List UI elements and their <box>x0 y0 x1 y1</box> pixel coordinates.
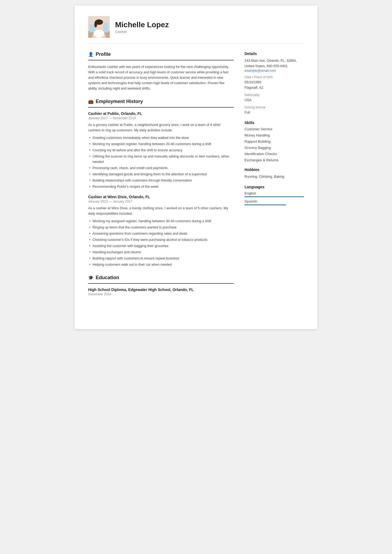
job-2-desc: As a cashier at Winn Dixie, a trendy clo… <box>88 206 234 216</box>
list-item: Greeting customers immediately when they… <box>88 135 234 141</box>
skill-item: Grocery Bagging <box>245 146 304 150</box>
language-english: English <box>245 191 304 197</box>
list-item: Assisting the customer with bagging thei… <box>88 243 234 249</box>
resume-header: Michelle Lopez Cashier <box>88 16 304 43</box>
edu-date: December 2018 <box>88 292 234 296</box>
list-item: Ringing up items that the customers want… <box>88 225 234 230</box>
details-section: Details 143 Main Ave, Orlando, FL, 32804… <box>245 52 304 115</box>
details-license: Full <box>245 110 304 115</box>
skill-item: Rapport Building <box>245 139 304 143</box>
hobbies-text: Running, Climbing, Baking <box>245 174 304 179</box>
hobbies-title: Hobbies <box>245 167 304 172</box>
details-title: Details <box>245 52 304 56</box>
svg-rect-4 <box>103 23 108 32</box>
list-item: Helping customers walk out to their car … <box>88 262 234 267</box>
skill-item: Identification Checks <box>245 152 304 156</box>
job-1-dates: January 2017 — November 2019 <box>88 116 234 120</box>
list-item: Working my assigned register, handling b… <box>88 218 234 224</box>
profile-icon: 👤 <box>88 52 94 57</box>
details-address: 143 Main Ave, Orlando, FL, 32804, <box>245 58 304 63</box>
language-spanish: Spanish <box>245 199 304 205</box>
job-2-bullets: Working my assigned register, handling b… <box>88 218 234 267</box>
skills-section: Skills Customer Service Money Handling R… <box>245 121 304 162</box>
list-item: Answering questions from customers regar… <box>88 231 234 236</box>
nationality-label: Nationality <box>245 93 304 97</box>
job-2-dates: January 2013 — January 2017 <box>88 200 234 203</box>
svg-rect-3 <box>90 24 95 32</box>
main-layout: 👤 Profile Enthusiastic cashier with two … <box>88 52 304 318</box>
skills-title: Skills <box>245 121 304 125</box>
right-column: Details 143 Main Ave, Orlando, FL, 32804… <box>245 52 304 318</box>
avatar <box>88 16 110 38</box>
profile-section: 👤 Profile Enthusiastic cashier with two … <box>88 52 234 91</box>
languages-title: Languages <box>245 185 304 189</box>
job-1: Cashier at Publix, Orlando, FL January 2… <box>88 111 234 189</box>
left-column: 👤 Profile Enthusiastic cashier with two … <box>88 52 234 318</box>
profile-section-title: 👤 Profile <box>88 52 234 57</box>
skill-item: Money Handling <box>245 133 304 137</box>
list-item: Identifying damaged goods and bringing t… <box>88 172 234 177</box>
list-item: Handling exchanges and returns <box>88 249 234 255</box>
license-label: Driving license <box>245 105 304 109</box>
employment-section: 💼 Employment History Cashier at Publix, … <box>88 99 234 267</box>
job-1-bullets: Greeting customers immediately when they… <box>88 135 234 189</box>
svg-point-8 <box>94 21 97 28</box>
list-item: Building rapport with customers to ensur… <box>88 256 234 261</box>
language-bar-spanish <box>245 204 286 205</box>
list-item: Utilizing the scanner to ring items up a… <box>88 154 234 165</box>
profile-text: Enthusiastic cashier with two years of e… <box>88 64 234 91</box>
list-item: Processing cash, check, and credit card … <box>88 165 234 171</box>
header-info: Michelle Lopez Cashier <box>115 20 169 34</box>
employment-section-title: 💼 Employment History <box>88 99 234 104</box>
list-item: Counting my till before and after the sh… <box>88 148 234 153</box>
details-birthplace: Flagstaff, AZ <box>245 85 304 90</box>
languages-section: Languages English Spanish <box>245 185 304 205</box>
job-2: Cashier at Winn Dixie, Orlando, FL Janua… <box>88 195 234 267</box>
resume-container: Michelle Lopez Cashier 👤 Profile Enthusi… <box>75 5 317 329</box>
details-dob: 05/10/1983 <box>245 80 304 85</box>
education-section: 🎓 Education High School Diploma, Edgewat… <box>88 275 234 296</box>
language-bar-english <box>245 196 304 197</box>
details-email: example@email.com <box>245 69 304 73</box>
details-address2: United States, 890-555-0401 <box>245 63 304 69</box>
edu-degree: High School Diploma, Edgewater High Scho… <box>88 288 234 292</box>
list-item: Checking customer's IDs if they were pur… <box>88 237 234 242</box>
employment-icon: 💼 <box>88 99 94 104</box>
details-nationality: USA <box>245 97 304 103</box>
job-2-title: Cashier at Winn Dixie, Orlando, FL <box>88 195 234 199</box>
skill-item: Customer Service <box>245 127 304 131</box>
education-icon: 🎓 <box>88 275 94 280</box>
candidate-name: Michelle Lopez <box>115 20 169 29</box>
education-section-title: 🎓 Education <box>88 275 234 281</box>
svg-point-9 <box>94 30 104 38</box>
list-item: Recommending Publix's recipes of the wee… <box>88 184 234 189</box>
job-1-desc: As a grocery cashier at Publix, a neighb… <box>88 122 234 133</box>
list-item: Working my assigned register, handling b… <box>88 141 234 147</box>
list-item: Building relationships with customers th… <box>88 178 234 183</box>
hobbies-section: Hobbies Running, Climbing, Baking <box>245 167 304 179</box>
job-1-title: Cashier at Publix, Orlando, FL <box>88 111 234 116</box>
language-name-spanish: Spanish <box>245 199 304 203</box>
language-name-english: English <box>245 191 304 195</box>
dob-label: Date / Place of birth <box>245 75 304 79</box>
skill-item: Exchanges & Returns <box>245 158 304 162</box>
candidate-title: Cashier <box>115 30 169 34</box>
